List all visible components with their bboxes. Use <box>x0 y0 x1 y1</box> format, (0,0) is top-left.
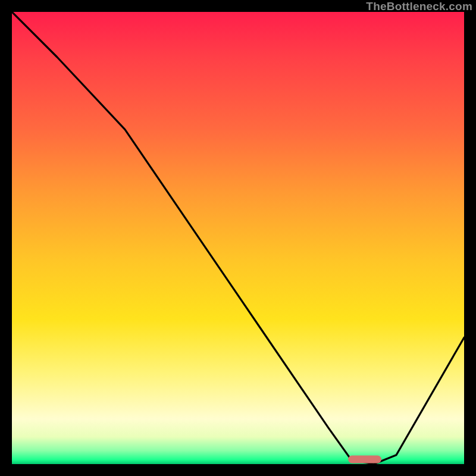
plot-area <box>12 12 464 464</box>
optimum-marker <box>348 456 381 464</box>
bottleneck-curve-line <box>12 12 464 464</box>
watermark-label: TheBottleneck.com <box>366 0 472 13</box>
chart-container: TheBottleneck.com <box>0 0 476 476</box>
